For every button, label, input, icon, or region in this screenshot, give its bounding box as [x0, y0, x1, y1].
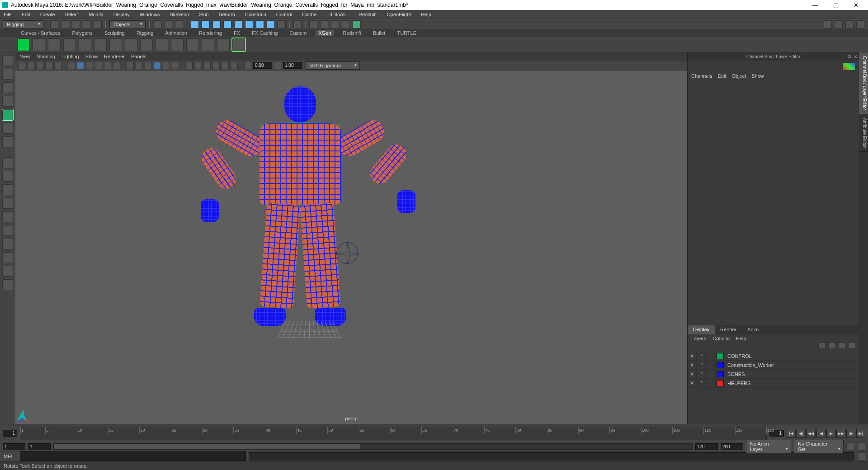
- menu-cache[interactable]: Cache: [300, 11, 318, 18]
- xgen-part-icon[interactable]: [156, 38, 168, 51]
- new-scene-icon[interactable]: [50, 20, 58, 28]
- layer-move-up-icon[interactable]: [818, 343, 826, 349]
- channel-menu-show[interactable]: Show: [751, 73, 764, 79]
- xray-icon[interactable]: [185, 62, 193, 69]
- panel-undock-icon[interactable]: ⧉: [848, 54, 851, 59]
- anim-layer-dropdown[interactable]: No Anim Layer: [746, 440, 791, 453]
- layer-visibility-toggle[interactable]: V: [688, 352, 697, 361]
- playback-start-field[interactable]: 1: [28, 443, 51, 450]
- wireframe-icon[interactable]: [127, 62, 134, 69]
- time-slider[interactable]: 1 15101520253035404550556065707580859095…: [0, 424, 868, 442]
- menu-redshift[interactable]: Redshift: [357, 11, 378, 18]
- panel-menu-shading[interactable]: Shading: [37, 54, 55, 59]
- select-by-object-icon[interactable]: [164, 20, 172, 28]
- xgen-bend-icon[interactable]: [125, 38, 137, 51]
- shelf-tab-fx-caching[interactable]: FX Caching: [249, 30, 280, 36]
- select-by-component-icon[interactable]: [175, 20, 183, 28]
- play-fwd-button[interactable]: ▶: [826, 429, 835, 438]
- playback-end-field[interactable]: 120: [695, 443, 718, 450]
- layer-color-swatch[interactable]: [717, 371, 724, 377]
- layout-three-top-icon[interactable]: [2, 212, 13, 222]
- layer-color-swatch[interactable]: [717, 380, 724, 386]
- layer-playback-toggle[interactable]: P: [697, 361, 706, 370]
- screen-space-ao-icon[interactable]: [212, 62, 220, 69]
- layer-display-type[interactable]: [706, 370, 715, 379]
- viewport[interactable]: persp: [15, 70, 687, 424]
- textured-icon[interactable]: [145, 62, 152, 69]
- select-by-hierarchy-icon[interactable]: [153, 20, 161, 28]
- layout-two-side-icon[interactable]: [2, 184, 13, 195]
- menu-skeleton[interactable]: Skeleton: [168, 11, 191, 18]
- range-track[interactable]: [53, 443, 693, 450]
- layer-row[interactable]: VPBONES: [688, 370, 859, 379]
- gamma-value[interactable]: 1.00: [283, 62, 302, 69]
- layer-move-down-icon[interactable]: [828, 343, 835, 349]
- ipr-render-icon[interactable]: [320, 20, 328, 28]
- layer-color-swatch[interactable]: [717, 362, 724, 368]
- layer-visibility-toggle[interactable]: V: [688, 361, 697, 370]
- open-scene-icon[interactable]: [61, 20, 69, 28]
- camera-lock-icon[interactable]: [27, 62, 34, 69]
- maximize-button[interactable]: ▢: [826, 0, 846, 10]
- manip-axis-icon[interactable]: [843, 62, 855, 70]
- construction-history-icon[interactable]: [293, 20, 302, 28]
- panel-close-icon[interactable]: ✕: [854, 54, 857, 59]
- step-fwd-key-button[interactable]: |▶: [846, 429, 855, 438]
- channel-list[interactable]: [688, 80, 859, 325]
- script-editor-icon[interactable]: [857, 452, 865, 461]
- menu-select[interactable]: Select: [63, 11, 81, 18]
- menu-display[interactable]: Display: [112, 11, 132, 18]
- snap-toggle-icon[interactable]: [256, 20, 264, 28]
- shelf-tab-custom[interactable]: Custom: [287, 30, 310, 36]
- use-all-lights-icon[interactable]: [154, 62, 161, 69]
- exposure-value[interactable]: 0.00: [253, 62, 272, 69]
- snap-interactive-icon[interactable]: [267, 20, 275, 28]
- snap-point-icon[interactable]: [212, 20, 221, 28]
- camera-bookmarks-icon[interactable]: [36, 62, 43, 69]
- shelf-tab-fx[interactable]: FX: [231, 30, 243, 36]
- render-view-icon[interactable]: [353, 20, 361, 28]
- multisample-icon[interactable]: [231, 62, 238, 69]
- xgen-library-icon[interactable]: [48, 38, 61, 51]
- character-set-dropdown[interactable]: No Character Set: [794, 440, 844, 453]
- view-transform-dropdown[interactable]: sRGB gamma: [306, 61, 360, 70]
- xgen-convert-icon[interactable]: [232, 38, 245, 51]
- layer-name[interactable]: HELPERS: [726, 381, 859, 386]
- step-back-key-button[interactable]: ◀|: [797, 429, 806, 438]
- gate-mask-icon[interactable]: [86, 62, 93, 69]
- toggle-modeling-toolkit-icon[interactable]: [856, 20, 864, 28]
- menu-help[interactable]: Help: [419, 11, 433, 18]
- field-chart-icon[interactable]: [95, 62, 102, 69]
- menu-create[interactable]: Create: [38, 11, 57, 18]
- image-plane-icon[interactable]: [45, 62, 52, 69]
- snap-view-icon[interactable]: [245, 20, 253, 28]
- menu-skin[interactable]: Skin: [197, 11, 210, 18]
- layer-display-type[interactable]: [706, 379, 715, 388]
- panel-menu-lighting[interactable]: Lighting: [61, 54, 79, 59]
- layer-playback-toggle[interactable]: P: [697, 379, 706, 388]
- panel-menu-view[interactable]: View: [20, 54, 31, 59]
- layer-playback-toggle[interactable]: P: [697, 370, 706, 379]
- menu-windows[interactable]: Windows: [138, 11, 162, 18]
- xgen-width-icon[interactable]: [109, 38, 122, 51]
- character-mesh[interactable]: [205, 86, 395, 339]
- shelf-tab-curves-surfaces[interactable]: Curves / Surfaces: [18, 30, 63, 36]
- motion-blur-icon[interactable]: [222, 62, 229, 69]
- channel-menu-edit[interactable]: Edit: [717, 73, 726, 79]
- safe-action-icon[interactable]: [104, 62, 111, 69]
- layer-visibility-toggle[interactable]: V: [688, 379, 697, 388]
- shelf-tab-turtle[interactable]: TURTLE: [394, 30, 419, 36]
- xgen-clump-icon[interactable]: [140, 38, 153, 51]
- scale-tool[interactable]: [2, 123, 13, 134]
- resolution-gate-icon[interactable]: [77, 62, 84, 69]
- close-button[interactable]: ✕: [846, 0, 866, 10]
- set-key-icon[interactable]: [857, 442, 865, 451]
- xgen-guide-icon[interactable]: [63, 38, 76, 51]
- shelf-tab-redshift[interactable]: Redshift: [340, 30, 364, 36]
- minimize-button[interactable]: —: [805, 0, 826, 10]
- layer-playback-toggle[interactable]: P: [697, 352, 706, 361]
- layer-tab-render[interactable]: Render: [715, 325, 742, 334]
- rotate-tool[interactable]: [2, 109, 13, 120]
- isolate-select-icon[interactable]: [172, 62, 179, 69]
- layer-color-swatch[interactable]: [717, 353, 724, 359]
